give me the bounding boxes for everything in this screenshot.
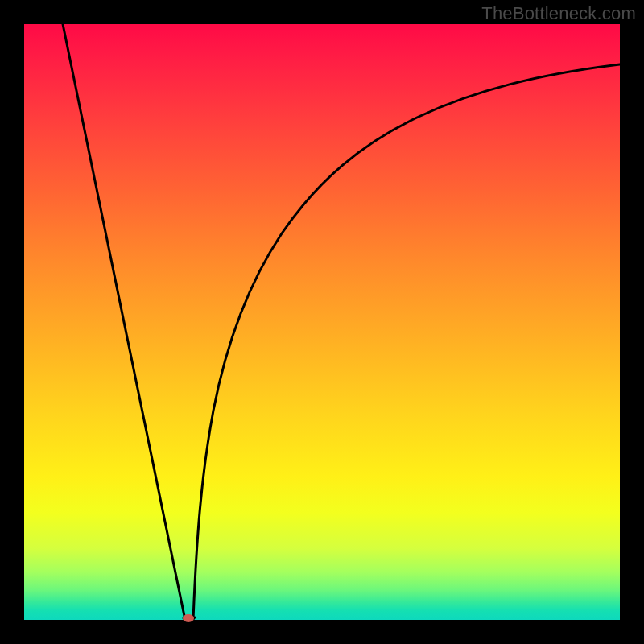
outer-frame: TheBottleneck.com xyxy=(0,0,644,644)
curve-left-branch xyxy=(63,24,185,620)
attribution-text: TheBottleneck.com xyxy=(481,3,636,24)
curve-right-branch xyxy=(193,64,620,620)
curve-svg xyxy=(24,24,620,620)
plot-area xyxy=(24,24,620,620)
valley-marker xyxy=(183,614,194,622)
